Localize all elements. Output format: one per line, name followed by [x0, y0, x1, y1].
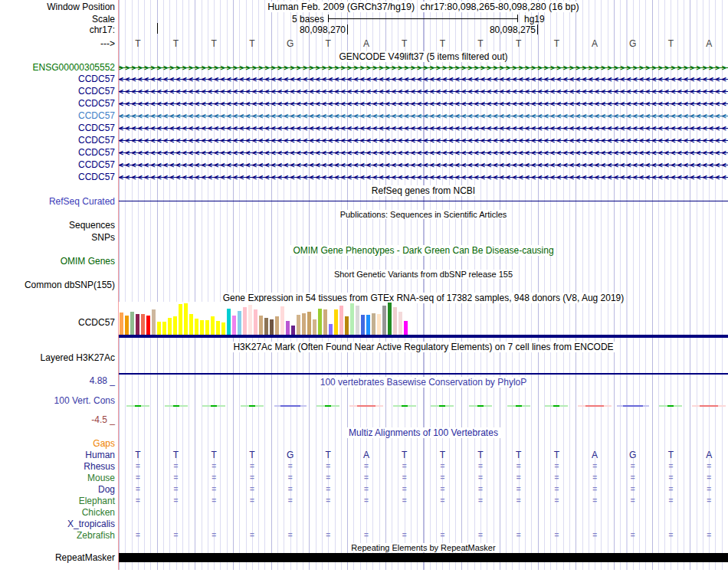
gtex-expression-barchart[interactable]: [119, 302, 413, 335]
gene-body-reverse[interactable]: <<<<<<<<<<<<<<<<<<<<<<<<<<<<<<<<<<<<<<<<…: [119, 86, 728, 97]
gene-label[interactable]: CCDC57: [78, 172, 115, 183]
h3k27ac-label[interactable]: Layered H3K27Ac: [41, 352, 115, 364]
gene-body-reverse[interactable]: <<<<<<<<<<<<<<<<<<<<<<<<<<<<<<<<<<<<<<<<…: [119, 172, 728, 183]
phylop-mark: [173, 405, 179, 407]
scale-value: 5 bases: [292, 14, 324, 25]
gene-strand-arrows: <<<<<<<<<<<<<<<<<<<<<<<<<<<<<<<<<<<<<<<<…: [119, 86, 728, 97]
gtex-tissue-bar: [313, 319, 316, 335]
genome-browser-image: Window Position Human Feb. 2009 (GRCh37/…: [0, 0, 728, 576]
dbsnp-label[interactable]: Common dbSNP(155): [25, 280, 115, 291]
phylop-mark: [402, 405, 408, 407]
alignment-row-elephant: ================: [0, 496, 728, 506]
alignment-match-glyph: =: [212, 484, 216, 495]
gtex-tissue-bar: [157, 322, 161, 335]
alignment-match-glyph: =: [707, 530, 711, 541]
gtex-gene-label[interactable]: CCDC57: [78, 317, 115, 329]
gene-body-reverse[interactable]: <<<<<<<<<<<<<<<<<<<<<<<<<<<<<<<<<<<<<<<<…: [119, 110, 728, 122]
gene-label[interactable]: CCDC57: [78, 159, 115, 171]
gene-label[interactable]: CCDC57: [78, 135, 115, 146]
phylop-mark: [477, 405, 484, 407]
alignment-match-glyph: =: [364, 496, 369, 506]
refseq-title: RefSeq genes from NCBI: [119, 185, 728, 196]
gene-body-reverse[interactable]: <<<<<<<<<<<<<<<<<<<<<<<<<<<<<<<<<<<<<<<<…: [119, 147, 728, 159]
alignment-match-glyph: =: [174, 496, 179, 506]
position-header: Human Feb. 2009 (GRCh37/hg19) chr17:80,0…: [119, 2, 728, 12]
gtex-tissue-bar: [195, 319, 198, 335]
alignment-match-glyph: =: [364, 530, 369, 541]
publications-sequences-label[interactable]: Sequences: [69, 220, 115, 231]
alignment-match-glyph: =: [631, 530, 635, 541]
dbsnp-title: Short Genetic Variants from dbSNP releas…: [119, 269, 728, 280]
coord-tick-stub: [157, 23, 158, 34]
gene-strand-arrows: <<<<<<<<<<<<<<<<<<<<<<<<<<<<<<<<<<<<<<<<…: [119, 159, 728, 171]
gene-body-reverse[interactable]: <<<<<<<<<<<<<<<<<<<<<<<<<<<<<<<<<<<<<<<<…: [119, 159, 728, 171]
gene-body-reverse[interactable]: <<<<<<<<<<<<<<<<<<<<<<<<<<<<<<<<<<<<<<<<…: [119, 123, 728, 134]
gene-strand-arrows: <<<<<<<<<<<<<<<<<<<<<<<<<<<<<<<<<<<<<<<<…: [119, 74, 728, 85]
repeatmasker-element-bar[interactable]: [119, 553, 728, 562]
gene-label[interactable]: CCDC57: [78, 110, 115, 122]
base-letter: T: [249, 38, 254, 49]
refseq-gene-line[interactable]: [119, 201, 728, 201]
phylop-mark: [700, 405, 718, 407]
alignment-match-glyph: =: [174, 473, 179, 483]
gene-label[interactable]: CCDC57: [78, 147, 115, 159]
gene-body-reverse[interactable]: <<<<<<<<<<<<<<<<<<<<<<<<<<<<<<<<<<<<<<<<…: [119, 98, 728, 110]
refseq-curated-label[interactable]: RefSeq Curated: [49, 196, 115, 208]
gene-body-reverse[interactable]: <<<<<<<<<<<<<<<<<<<<<<<<<<<<<<<<<<<<<<<<…: [119, 135, 728, 146]
gene-label[interactable]: CCDC57: [78, 74, 115, 85]
alignment-match-glyph: =: [669, 530, 674, 541]
phylop-mark: [357, 405, 375, 407]
aligned-base: T: [668, 450, 674, 460]
alignment-match-glyph: =: [707, 496, 711, 506]
aligned-base: T: [516, 450, 521, 460]
gtex-tissue-bar: [291, 326, 295, 335]
alignment-match-glyph: =: [250, 461, 254, 472]
gtex-tissue-bar: [329, 324, 333, 335]
base-letter: T: [477, 38, 483, 49]
alignment-match-glyph: =: [212, 530, 216, 541]
gene-body-reverse[interactable]: <<<<<<<<<<<<<<<<<<<<<<<<<<<<<<<<<<<<<<<<…: [119, 74, 728, 85]
alignment-match-glyph: =: [174, 461, 179, 472]
alignment-match-glyph: =: [136, 484, 140, 495]
phylop-track-label[interactable]: 100 Vert. Cons: [54, 395, 115, 407]
alignment-match-glyph: =: [250, 496, 254, 506]
gtex-tissue-bar: [275, 316, 279, 335]
publications-snps-label[interactable]: SNPs: [91, 232, 115, 244]
base-letter: T: [135, 38, 140, 49]
alignment-match-glyph: =: [326, 530, 330, 541]
gene-label[interactable]: CCDC57: [78, 123, 115, 134]
gtex-tissue-bar: [377, 314, 381, 335]
phylop-mark: [325, 405, 331, 407]
species-label-gaps[interactable]: Gaps: [93, 438, 115, 450]
alignment-row-human: TTTTGTATTTTTAGTA: [0, 450, 728, 460]
alignment-match-glyph: =: [516, 473, 521, 483]
gtex-baseline: [119, 335, 728, 338]
gtex-tissue-bar: [227, 309, 231, 335]
gene-label[interactable]: CCDC57: [78, 98, 115, 110]
gtex-tissue-bar: [388, 303, 392, 335]
species-label-x_tropicalis[interactable]: X_tropicalis: [67, 519, 115, 530]
gene-label[interactable]: ENSG00000305552: [33, 62, 115, 74]
species-label-chicken[interactable]: Chicken: [82, 507, 115, 519]
gtex-tissue-bar: [146, 316, 150, 335]
gtex-tissue-bar: [361, 315, 365, 335]
gene-body-forward[interactable]: >>>>>>>>>>>>>>>>>>>>>>>>>>>>>>>>>>>>>>>>…: [119, 62, 728, 74]
alignment-match-glyph: =: [250, 484, 254, 495]
phylop-mark: [135, 405, 141, 407]
phylop-max-label: 4.88 _: [90, 375, 115, 387]
base-letter: G: [629, 38, 636, 49]
gtex-tissue-bar: [393, 307, 397, 335]
gene-label[interactable]: CCDC57: [78, 86, 115, 97]
gtex-tissue-bar: [136, 314, 139, 335]
alignment-match-glyph: =: [440, 473, 444, 483]
alignment-match-glyph: =: [136, 461, 140, 472]
alignment-match-glyph: =: [288, 530, 293, 541]
phylop-min-label: -4.5 _: [91, 414, 115, 426]
publications-title: Publications: Sequences in Scientific Ar…: [119, 209, 728, 220]
repeatmasker-label[interactable]: RepeatMasker: [55, 552, 115, 564]
omim-genes-label[interactable]: OMIM Genes: [61, 256, 115, 267]
alignment-match-glyph: =: [440, 461, 444, 472]
gene-strand-arrows: <<<<<<<<<<<<<<<<<<<<<<<<<<<<<<<<<<<<<<<<…: [119, 147, 728, 159]
gtex-tissue-bar: [372, 313, 375, 335]
multiz-title: Multiz Alignments of 100 Vertebrates: [119, 427, 728, 438]
